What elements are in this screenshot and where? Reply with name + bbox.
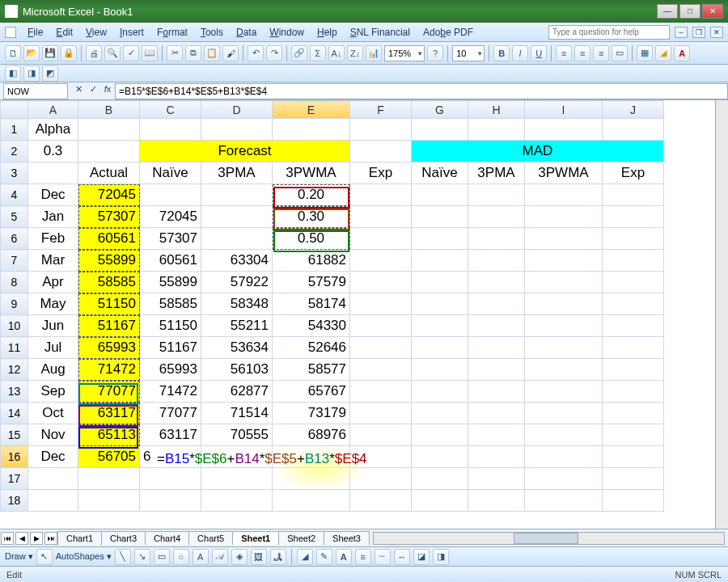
col-header-A[interactable]: A <box>28 101 78 119</box>
cell-I11[interactable] <box>525 337 603 359</box>
cell-E10[interactable]: 54330 <box>273 315 350 337</box>
cell-A17[interactable] <box>28 468 78 490</box>
col-header-J[interactable]: J <box>603 101 664 119</box>
cut-button[interactable]: ✂ <box>167 45 183 61</box>
cell-H15[interactable] <box>468 424 525 446</box>
cell-D18[interactable] <box>201 490 273 512</box>
cell-E12[interactable]: 58577 <box>273 359 350 381</box>
redo-button[interactable]: ↷ <box>266 45 282 61</box>
fill-color-draw[interactable]: ◢ <box>297 549 313 565</box>
cell-C12[interactable]: 65993 <box>140 359 201 381</box>
cell-F12[interactable] <box>350 359 412 381</box>
permission-button[interactable]: 🔒 <box>61 45 77 61</box>
cell-D12[interactable]: 56103 <box>201 359 273 381</box>
sheet-tab-sheet3[interactable]: Sheet3 <box>324 531 370 545</box>
cell-J9[interactable] <box>603 293 664 315</box>
cell-C8[interactable]: 55899 <box>140 272 201 293</box>
menu-data[interactable]: Data <box>230 25 263 40</box>
vertical-scrollbar[interactable] <box>715 100 728 529</box>
sheet-tab-sheet1[interactable]: Sheet1 <box>232 531 279 545</box>
cell-A8[interactable]: Apr <box>28 272 78 293</box>
cell-D3[interactable]: 3PMA <box>201 162 273 184</box>
worksheet-area[interactable]: ABCDEFGHIJ 1Alpha20.3ForecastMAD3ActualN… <box>0 100 728 529</box>
cell-J6[interactable] <box>603 228 664 250</box>
row-header-13[interactable]: 13 <box>1 381 28 403</box>
cell-J17[interactable] <box>603 468 664 490</box>
row-header-17[interactable]: 17 <box>1 468 28 490</box>
autoshapes-menu[interactable]: AutoShapes ▾ <box>56 551 112 562</box>
cell-I7[interactable] <box>525 250 603 272</box>
cell-E5[interactable]: 0.30 <box>273 206 350 228</box>
3d-button[interactable]: ◨ <box>433 549 449 565</box>
cell-J7[interactable] <box>603 250 664 272</box>
cell-F9[interactable] <box>350 293 412 315</box>
clipart-button[interactable]: 🖼 <box>251 549 267 565</box>
close-button[interactable]: ✕ <box>702 4 723 19</box>
font-color-draw[interactable]: A <box>336 549 352 565</box>
cell-D4[interactable] <box>201 184 273 206</box>
cell-J16[interactable] <box>603 446 664 468</box>
select-objects-button[interactable]: ↖ <box>36 549 53 565</box>
cell-I9[interactable] <box>525 293 603 315</box>
oval-button[interactable]: ○ <box>173 549 189 565</box>
cell-A12[interactable]: Aug <box>28 359 78 381</box>
help-button[interactable]: ? <box>427 45 443 61</box>
mdi-close[interactable]: ✕ <box>710 27 723 38</box>
cell-I16[interactable] <box>525 446 603 468</box>
cell-H6[interactable] <box>468 228 525 250</box>
cell-D17[interactable] <box>201 468 273 490</box>
col-header-I[interactable]: I <box>525 101 603 119</box>
menu-snl[interactable]: SNL Financial <box>344 25 417 40</box>
shadow-button[interactable]: ◪ <box>413 549 430 565</box>
diagram-button[interactable]: ◈ <box>231 549 248 565</box>
cell-A10[interactable]: Jun <box>28 315 78 337</box>
cell-I3[interactable]: 3PWMA <box>525 162 603 184</box>
italic-button[interactable]: I <box>512 45 528 61</box>
cell-B13[interactable]: 77077 <box>78 381 140 403</box>
cell-F18[interactable] <box>350 490 412 512</box>
cell-C15[interactable]: 63117 <box>140 424 201 446</box>
cell-G8[interactable] <box>412 272 468 293</box>
cell-H3[interactable]: 3PMA <box>468 162 525 184</box>
cell-F2[interactable] <box>350 141 412 162</box>
preview-button[interactable]: 🔍 <box>104 45 121 61</box>
cell-B16[interactable]: 56705 <box>78 446 140 468</box>
cell-B1[interactable] <box>78 119 140 141</box>
cell-E6[interactable]: 0.50 <box>273 228 350 250</box>
cell-H4[interactable] <box>468 184 525 206</box>
cell-D13[interactable]: 62877 <box>201 381 273 403</box>
row-header-15[interactable]: 15 <box>1 424 28 446</box>
cell-D14[interactable]: 71514 <box>201 403 273 424</box>
cell-A3[interactable] <box>28 162 78 184</box>
cell-E13[interactable]: 65767 <box>273 381 350 403</box>
cell-G9[interactable] <box>412 293 468 315</box>
cell-B7[interactable]: 55899 <box>78 250 140 272</box>
cell-E8[interactable]: 57579 <box>273 272 350 293</box>
cell-C17[interactable] <box>140 468 201 490</box>
cell-I14[interactable] <box>525 403 603 424</box>
row-header-6[interactable]: 6 <box>1 228 28 250</box>
tab-last[interactable]: ⏭ <box>44 532 57 545</box>
cell-F3[interactable]: Exp <box>350 162 412 184</box>
col-header-H[interactable]: H <box>468 101 525 119</box>
cell-J3[interactable]: Exp <box>603 162 664 184</box>
align-center-button[interactable]: ≡ <box>574 45 590 61</box>
sheet-tab-chart4[interactable]: Chart4 <box>145 531 189 545</box>
cell-F7[interactable] <box>350 250 412 272</box>
cell-A14[interactable]: Oct <box>28 403 78 424</box>
cell-F8[interactable] <box>350 272 412 293</box>
cell-F13[interactable] <box>350 381 412 403</box>
pdf-button-1[interactable]: ◧ <box>5 65 21 82</box>
cell-G16[interactable] <box>412 446 468 468</box>
cell-F4[interactable] <box>350 184 412 206</box>
row-header-14[interactable]: 14 <box>1 403 28 424</box>
cell-F5[interactable] <box>350 206 412 228</box>
cell-G11[interactable] <box>412 337 468 359</box>
pdf-button-2[interactable]: ◨ <box>23 65 40 82</box>
picture-button[interactable]: 🏞 <box>270 549 286 565</box>
row-header-7[interactable]: 7 <box>1 250 28 272</box>
align-left-button[interactable]: ≡ <box>556 45 572 61</box>
col-header-G[interactable]: G <box>412 101 468 119</box>
cell-B15[interactable]: 65113 <box>78 424 140 446</box>
cell-I18[interactable] <box>525 490 603 512</box>
